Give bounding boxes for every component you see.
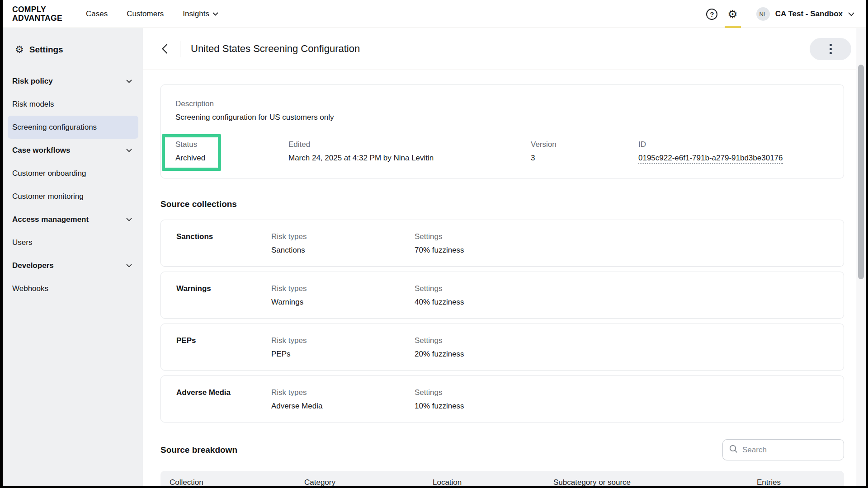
column-collection: Collection (170, 478, 304, 486)
version-field: Version 3 (531, 140, 638, 163)
chevron-down-icon (126, 149, 132, 152)
collection-name: PEPs (176, 336, 271, 370)
settings-nav-active[interactable]: ⚙ (726, 0, 739, 28)
sidebar-section-case-workflows[interactable]: Case workflows (8, 139, 138, 162)
comply-advantage-logo: COMPLYADVANTAGE (12, 5, 62, 23)
risk-types-field: Risk types PEPs (271, 336, 415, 370)
risk-type-value: Adverse Media (271, 402, 415, 411)
id-label: ID (638, 140, 829, 149)
chevron-down-icon (212, 12, 218, 16)
edited-field: Edited March 24, 2025 at 4:32 PM by Nina… (288, 140, 531, 163)
workspace-name: CA Test - Sandbox (775, 9, 843, 19)
sidebar-item-customer-onboarding[interactable]: Customer onboarding (8, 162, 138, 185)
source-breakdown-bar: Source breakdown (160, 439, 844, 460)
status-label: Status (175, 140, 288, 149)
workspace-menu[interactable]: NL CA Test - Sandbox (756, 7, 854, 21)
settings-field: Settings 10% fuzziness (415, 388, 844, 422)
collection-card-sanctions: Sanctions Risk types Sanctions Settings … (160, 220, 844, 267)
chevron-down-icon (126, 264, 132, 267)
page-title: United States Screening Configuration (191, 43, 360, 55)
sidebar-item-screening-configurations[interactable]: Screening configurations (8, 116, 138, 139)
risk-type-value: PEPs (271, 350, 415, 359)
collection-name: Adverse Media (176, 388, 271, 422)
search-input[interactable] (742, 446, 842, 455)
settings-field: Settings 20% fuzziness (415, 336, 844, 370)
source-collections-heading: Source collections (160, 199, 844, 210)
settings-sidebar: ⚙ Settings Risk policy Risk models Scree… (3, 28, 143, 486)
settings-field: Settings 40% fuzziness (415, 284, 844, 318)
description-field: Description Screening configuration for … (175, 99, 829, 122)
collection-card-adverse-media: Adverse Media Risk types Adverse Media S… (160, 375, 844, 422)
sidebar-item-webhooks[interactable]: Webhooks (8, 277, 138, 300)
sidebar-item-risk-models[interactable]: Risk models (8, 93, 138, 116)
description-value: Screening configuration for US customers… (175, 113, 829, 122)
search-box (722, 439, 844, 460)
gear-icon: ⚙ (15, 45, 24, 55)
kebab-dot (830, 48, 832, 50)
sidebar-section-access-management[interactable]: Access management (8, 208, 138, 231)
sidebar-title-label: Settings (29, 45, 63, 55)
collection-name: Warnings (176, 284, 271, 318)
sidebar-nav: Risk policy Risk models Screening config… (3, 70, 143, 300)
page-body: Description Screening configuration for … (143, 84, 856, 486)
configuration-details-card: Description Screening configuration for … (160, 84, 844, 178)
avatar: NL (756, 7, 770, 21)
kebab-dot (830, 52, 832, 54)
app-window: COMPLYADVANTAGE Cases Customers Insights… (3, 0, 866, 486)
topbar: COMPLYADVANTAGE Cases Customers Insights… (3, 0, 866, 28)
help-icon[interactable]: ? (706, 9, 717, 20)
main-content: United States Screening Configuration De… (143, 28, 856, 486)
setting-value: 40% fuzziness (415, 298, 844, 307)
edited-label: Edited (288, 140, 531, 149)
nav-cases[interactable]: Cases (86, 9, 108, 19)
scrollbar-track[interactable] (856, 28, 866, 486)
chevron-left-icon (162, 44, 168, 54)
risk-types-field: Risk types Adverse Media (271, 388, 415, 422)
risk-types-field: Risk types Warnings (271, 284, 415, 318)
topbar-right: ? ⚙ NL CA Test - Sandbox (706, 0, 854, 28)
setting-value: 10% fuzziness (415, 402, 844, 411)
top-nav: Cases Customers Insights (86, 9, 218, 19)
status-value: Archived (175, 154, 288, 163)
column-subcategory: Subcategory or source (553, 478, 757, 486)
search-icon (729, 445, 738, 455)
collection-name: Sanctions (176, 232, 271, 266)
risk-types-field: Risk types Sanctions (271, 232, 415, 266)
nav-customers[interactable]: Customers (127, 9, 164, 19)
sidebar-section-risk-policy[interactable]: Risk policy (8, 70, 138, 93)
settings-field: Settings 70% fuzziness (415, 232, 844, 266)
risk-type-value: Sanctions (271, 246, 415, 255)
chevron-down-icon (126, 218, 132, 221)
header-divider (180, 41, 180, 57)
id-field: ID 0195c922-e6f1-791b-a279-91bd3be30176 (638, 140, 829, 163)
back-button[interactable] (156, 40, 174, 58)
more-actions-button[interactable] (810, 38, 851, 60)
column-location: Location (433, 478, 553, 486)
detail-fields-row: Status Archived Edited March 24, 2025 at… (175, 140, 829, 163)
collection-card-warnings: Warnings Risk types Warnings Settings 40… (160, 272, 844, 319)
gear-icon: ⚙ (727, 9, 737, 20)
collection-card-peps: PEPs Risk types PEPs Settings 20% fuzzin… (160, 324, 844, 371)
kebab-dot (830, 44, 832, 46)
setting-value: 20% fuzziness (415, 350, 844, 359)
chevron-down-icon (848, 12, 854, 16)
version-label: Version (531, 140, 638, 149)
source-breakdown-heading: Source breakdown (160, 439, 237, 460)
sidebar-section-developers[interactable]: Developers (8, 254, 138, 277)
page-header: United States Screening Configuration (143, 28, 856, 70)
id-value[interactable]: 0195c922-e6f1-791b-a279-91bd3be30176 (638, 154, 783, 164)
version-value: 3 (531, 154, 638, 163)
sidebar-item-customer-monitoring[interactable]: Customer monitoring (8, 185, 138, 208)
nav-insights[interactable]: Insights (183, 9, 218, 19)
scrollbar-thumb[interactable] (858, 65, 864, 279)
active-tab-underline (725, 26, 741, 28)
setting-value: 70% fuzziness (415, 246, 844, 255)
chevron-down-icon (126, 80, 132, 83)
status-field: Status Archived (175, 140, 288, 163)
column-entries: Entries (757, 478, 844, 486)
sidebar-item-users[interactable]: Users (8, 231, 138, 254)
topbar-divider (748, 6, 748, 22)
source-breakdown-table-header: Collection Category Location Subcategory… (160, 471, 844, 486)
description-label: Description (175, 99, 829, 108)
column-category: Category (304, 478, 433, 486)
